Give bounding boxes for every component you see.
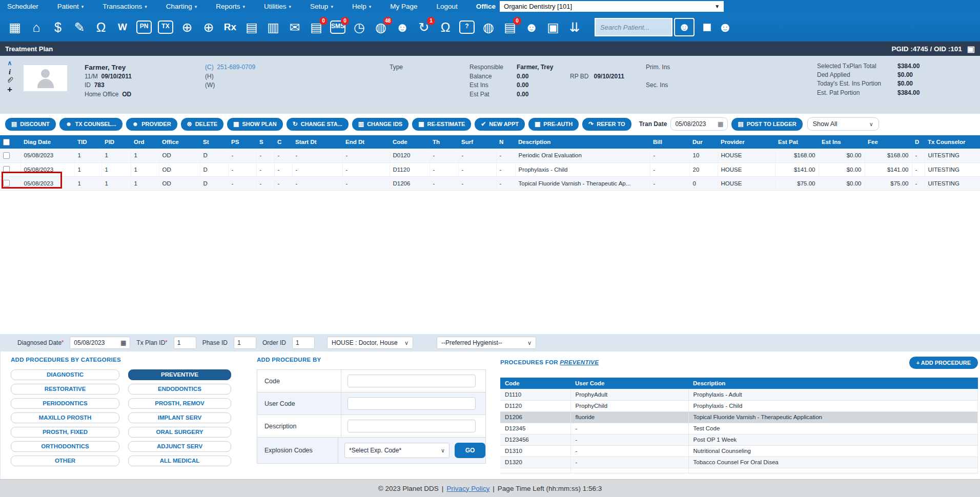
menu-item-my-page[interactable]: My Page (390, 3, 417, 10)
forms-icon[interactable]: ▤0 (501, 16, 519, 38)
category-diagnostic[interactable]: DIAGNOSTIC (11, 369, 119, 380)
tooth-chart-icon[interactable]: Ω (92, 16, 110, 38)
sms-icon[interactable]: SMS0 (329, 16, 346, 38)
row-checkbox[interactable] (3, 152, 10, 159)
help-icon[interactable]: ? (458, 16, 476, 38)
treatment-row[interactable]: 05/08/2023 1 1 1 OD D - - - - - D1206 - … (0, 176, 980, 190)
re-estimate-button[interactable]: ▦RE-ESTIMATE (412, 118, 471, 131)
category-preventive[interactable]: PREVENTIVE (128, 369, 231, 380)
category-endodontics[interactable]: ENDODONTICS (128, 384, 231, 395)
tran-date-input[interactable]: 05/08/2023 ▦ (670, 117, 728, 131)
tx-counsel-button[interactable]: ☻TX COUNSEL... (59, 118, 122, 131)
recall-icon[interactable]: ↻1 (415, 16, 433, 38)
patient-search-button[interactable]: ☻ (674, 18, 695, 36)
hygienist-select[interactable]: --Preferred Hygienist-- ∨ (437, 337, 536, 349)
explosion-code-select[interactable]: *Select Exp. Code* ∨ (344, 443, 450, 458)
menu-item-help[interactable]: Help▾ (352, 3, 371, 10)
pre-auth-button[interactable]: ▦PRE-AUTH (528, 118, 579, 131)
diag-date-link[interactable]: 05/08/2023 (21, 162, 74, 176)
privacy-policy-link[interactable]: Privacy Policy (446, 485, 489, 492)
category-other[interactable]: OTHER (11, 455, 119, 466)
category-oral-surgery[interactable]: ORAL SURGERY (128, 427, 231, 438)
post-to-ledger-button[interactable]: ▤ POST TO LEDGER (731, 118, 802, 131)
user-code-input[interactable] (348, 397, 476, 410)
phase-id-input[interactable] (234, 337, 256, 349)
add-patient-icon[interactable]: ⊕ (178, 16, 196, 38)
home-icon[interactable]: ⌂ (28, 16, 45, 38)
order-id-input[interactable] (292, 337, 315, 349)
procedure-row[interactable]: D1120 ProphyChild Prophylaxis - Child (500, 400, 978, 411)
add-responsible-party-icon[interactable]: ⊕ (200, 16, 217, 38)
menu-item-reports[interactable]: Reports▾ (216, 3, 245, 10)
go-button[interactable]: GO (455, 443, 485, 458)
charting-icon[interactable]: ✎ (71, 16, 88, 38)
messages-icon[interactable]: ▤0 (308, 16, 325, 38)
treatment-row[interactable]: 05/08/2023 1 1 1 OD D - - - - - D1120 - … (0, 162, 980, 176)
change-sta-button[interactable]: ↻CHANGE STA... (287, 118, 349, 131)
patient-portal-icon[interactable]: ☻ (394, 16, 411, 38)
menu-item-utilities[interactable]: Utilities▾ (264, 3, 291, 10)
office-patients-icon[interactable]: ☻ (718, 19, 732, 35)
category-restorative[interactable]: RESTORATIVE (11, 384, 119, 395)
collapse-panel-icon[interactable]: ∧ (5, 59, 15, 68)
patient-info-icon[interactable]: i (5, 68, 15, 76)
procedure-row[interactable]: D12345 - Test Code (500, 423, 978, 434)
menu-item-scheduler[interactable]: Scheduler (7, 3, 38, 10)
add-procedure-button[interactable]: + ADD PROCEDURE (909, 357, 978, 369)
fax-icon[interactable]: ▥ (264, 16, 282, 38)
category-maxillo-prosth[interactable]: MAXILLO PROSTH (11, 412, 119, 423)
provider-select[interactable]: HOUSE : Doctor, House ∨ (327, 337, 413, 349)
change-ids-button[interactable]: ▥CHANGE IDS (352, 118, 409, 131)
collapse-toolbar-icon[interactable]: ⇊ (566, 16, 583, 38)
notes-icon[interactable]: ▤ (243, 16, 260, 38)
print-queue-icon[interactable]: ▣ (544, 16, 562, 38)
category-all-medical[interactable]: ALL MEDICAL (128, 455, 231, 466)
diagnosed-date-input[interactable]: 05/08/2023 ▦ (70, 337, 130, 349)
menu-item-transactions[interactable]: Transactions▾ (103, 3, 147, 10)
discount-button[interactable]: ▤DISCOUNT (5, 118, 56, 131)
category-orthodontics[interactable]: ORTHODONTICS (11, 441, 119, 452)
diag-date-link[interactable]: 05/08/2023 (21, 149, 74, 162)
prescriptions-icon[interactable]: Rx (221, 16, 239, 38)
web-appointments-icon[interactable]: ◍48 (372, 16, 390, 38)
row-checkbox[interactable] (3, 166, 10, 173)
provider-button[interactable]: ☻PROVIDER (126, 118, 177, 131)
select-all-checkbox[interactable] (3, 139, 10, 146)
schedule-calendar-icon[interactable]: ▦ (6, 16, 24, 38)
toolbar-checkbox[interactable] (703, 24, 711, 31)
menu-item-logout[interactable]: Logout (436, 3, 457, 10)
treatment-plan-icon[interactable]: TX (157, 16, 174, 38)
diag-date-link[interactable]: 05/08/2023 (21, 176, 74, 190)
progress-notes-icon[interactable]: PN (135, 16, 153, 38)
category-prosth-fixed[interactable]: PROSTH, FIXED (11, 427, 119, 438)
tooth-icon[interactable]: Ω (437, 16, 454, 38)
tx-plan-id-input[interactable] (174, 337, 196, 349)
payments-icon[interactable]: $ (49, 16, 67, 38)
add-icon[interactable]: + (5, 85, 15, 94)
print-icon[interactable]: ▣ (967, 44, 975, 54)
category-periodontics[interactable]: PERIODONTICS (11, 398, 119, 409)
row-checkbox[interactable] (3, 180, 10, 187)
phone-cell-number[interactable]: 251-689-0709 (217, 64, 255, 71)
category-implant-serv[interactable]: IMPLANT SERV (128, 412, 231, 423)
procedure-row[interactable]: D1110 ProphyAdult Prophylaxis - Adult (500, 389, 978, 400)
delete-button[interactable]: ⊗DELETE (181, 118, 223, 131)
menu-item-charting[interactable]: Charting▾ (166, 3, 197, 10)
perio-chart-icon[interactable]: W (114, 16, 131, 38)
attachments-icon[interactable] (5, 76, 15, 85)
mail-icon[interactable]: ✉ (286, 16, 303, 38)
description-input[interactable] (348, 420, 476, 432)
menu-item-patient[interactable]: Patient▾ (57, 3, 84, 10)
show-all-select[interactable]: Show All ∨ (807, 117, 879, 131)
procedure-row[interactable]: D1310 - Nutritional Counseling (500, 445, 978, 457)
procedure-row[interactable]: D1320 - Tobacco Counsel For Oral Disea (500, 457, 978, 468)
time-clock-icon[interactable]: ◷ (351, 16, 368, 38)
office-select[interactable]: Organic Dentistry [101] ▼ (500, 1, 724, 12)
refer-to-button[interactable]: ↷REFER TO (582, 118, 631, 131)
show-plan-button[interactable]: ▦SHOW PLAN (227, 118, 283, 131)
treatment-row[interactable]: 05/08/2023 1 1 1 OD D - - - - - D0120 - … (0, 149, 980, 162)
category-adjunct-serv[interactable]: ADJUNCT SERV (128, 441, 231, 452)
procedure-row[interactable]: D1206 fluoride Topical Fluoride Varnish … (500, 411, 978, 423)
code-input[interactable] (348, 375, 476, 387)
patient-search-input[interactable] (595, 18, 672, 36)
